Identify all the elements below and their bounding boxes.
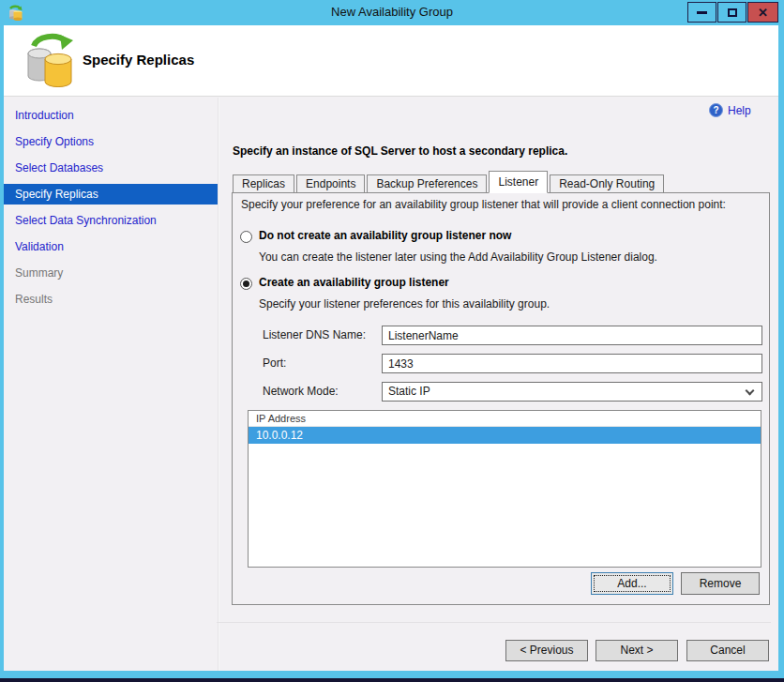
- close-button[interactable]: ✕: [747, 2, 778, 23]
- window-title: New Availability Group: [0, 5, 784, 19]
- radio-do-not-create-listener[interactable]: [240, 231, 252, 243]
- remove-button[interactable]: Remove: [681, 572, 760, 595]
- sidebar-item-specify-replicas[interactable]: Specify Replicas: [4, 184, 219, 205]
- tab-listener[interactable]: Listener: [489, 171, 548, 193]
- radio-do-not-create-listener-label[interactable]: Do not create an availability group list…: [259, 229, 511, 242]
- sidebar-item-validation[interactable]: Validation: [4, 236, 219, 257]
- network-mode-label: Network Mode:: [263, 382, 339, 401]
- port-input[interactable]: [382, 354, 762, 373]
- tab-strip: Replicas Endpoints Backup Preferences Li…: [233, 171, 666, 193]
- network-mode-select[interactable]: Static IP: [382, 382, 762, 402]
- maximize-icon: [728, 8, 737, 17]
- tab-replicas[interactable]: Replicas: [233, 174, 294, 193]
- dialog-body: Specify Replicas Introduction Specify Op…: [4, 25, 778, 671]
- sidebar-divider: [218, 98, 219, 671]
- cancel-button[interactable]: Cancel: [686, 640, 769, 661]
- instruction-text: Specify an instance of SQL Server to hos…: [233, 144, 567, 158]
- sidebar-item-specify-options[interactable]: Specify Options: [4, 131, 219, 152]
- chevron-down-icon: [746, 386, 755, 396]
- maximize-button[interactable]: [717, 2, 746, 23]
- radio-create-listener-label[interactable]: Create an availability group listener: [259, 276, 449, 289]
- wizard-header: Specify Replicas: [4, 25, 778, 97]
- window-controls: ✕: [686, 2, 778, 23]
- next-button[interactable]: Next >: [596, 640, 678, 661]
- radio-create-listener-description: Specify your listener preferences for th…: [259, 297, 550, 311]
- add-button[interactable]: Add...: [591, 572, 673, 595]
- listener-dns-name-input[interactable]: [382, 326, 762, 345]
- tab-backup-preferences[interactable]: Backup Preferences: [367, 174, 487, 193]
- footer-separator: [217, 622, 771, 623]
- window-bottom-edge: [0, 678, 784, 682]
- help-link[interactable]: ? Help: [709, 103, 751, 117]
- sidebar-item-results: Results: [4, 289, 219, 310]
- sidebar-item-select-databases[interactable]: Select Databases: [4, 158, 219, 178]
- page-title: Specify Replicas: [83, 52, 194, 68]
- minimize-button[interactable]: [687, 2, 716, 23]
- replicas-database-icon: [26, 33, 77, 87]
- sidebar-item-select-data-synchronization[interactable]: Select Data Synchronization: [4, 210, 219, 231]
- ip-address-column-header: IP Address: [249, 411, 761, 427]
- radio-do-not-create-listener-description: You can create the listener later using …: [259, 250, 657, 264]
- close-icon: ✕: [758, 7, 768, 19]
- sidebar-item-introduction[interactable]: Introduction: [4, 105, 219, 126]
- sidebar-item-summary: Summary: [4, 263, 219, 283]
- radio-create-listener[interactable]: [240, 278, 252, 290]
- new-availability-group-window: New Availability Group ✕ Specify Replica…: [0, 0, 784, 682]
- titlebar: New Availability Group ✕: [0, 0, 784, 25]
- wizard-steps-sidebar: Introduction Specify Options Select Data…: [4, 98, 219, 671]
- help-label: Help: [728, 104, 751, 117]
- ip-address-listbox: IP Address 10.0.0.12: [248, 410, 761, 568]
- help-icon: ?: [709, 103, 723, 117]
- minimize-icon: [697, 11, 707, 14]
- tab-endpoints[interactable]: Endpoints: [296, 174, 365, 193]
- previous-button[interactable]: < Previous: [505, 640, 588, 661]
- tab-read-only-routing[interactable]: Read-Only Routing: [550, 174, 664, 193]
- network-mode-value: Static IP: [388, 385, 430, 398]
- listener-intro-text: Specify your preference for an availabil…: [241, 198, 726, 211]
- listener-dns-name-label: Listener DNS Name:: [263, 326, 366, 344]
- port-label: Port:: [263, 354, 286, 372]
- ip-address-row[interactable]: 10.0.0.12: [249, 427, 761, 444]
